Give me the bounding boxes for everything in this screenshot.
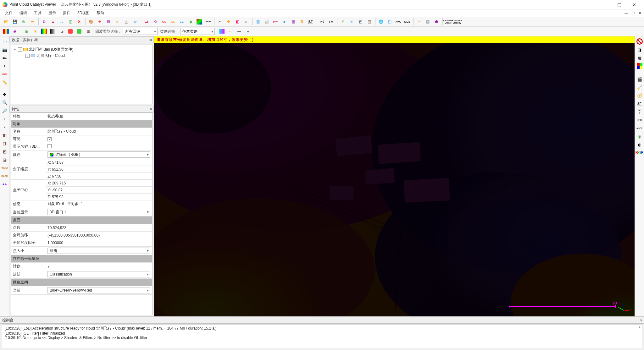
console-log[interactable]: [10:35:28] [LoD] Acceleration structure … [2,324,642,348]
scissors-icon[interactable]: ✂ [216,18,224,26]
m3c2-icon[interactable]: M3C2 [636,124,643,132]
surface-analysis-icon[interactable]: ◉ [636,133,643,140]
menu-3dview[interactable]: 3D视图 [74,10,93,16]
menu-display[interactable]: 显示 [45,10,59,16]
point-cloud-canvas[interactable] [154,43,635,316]
register-icon[interactable]: ⇄ [142,18,151,26]
north-icon[interactable]: N↑ [636,108,643,116]
levels-icon[interactable]: ⧇ [242,18,250,26]
align-icon[interactable]: ⟲ [151,18,159,26]
sf-gradient-icon[interactable]: ▦ [289,18,297,26]
merge-icon[interactable]: ⬙ [49,18,57,26]
rgb-circle-icon[interactable]: RGB [636,149,643,156]
broom-icon[interactable]: 🧹 [636,84,643,91]
prop-active-sf-select[interactable]: Classification [47,271,150,277]
cc-label-icon[interactable]: CC [178,18,186,26]
console-close-icon[interactable]: ✕ [640,319,642,322]
db-tree-close-icon[interactable]: ✕ [150,38,152,42]
sf-label-icon[interactable]: SF [307,18,315,26]
cc-compare-icon[interactable]: CC [160,18,168,26]
class-colors-icon[interactable]: ▣ [22,27,31,36]
mls-icon[interactable]: MLS [403,18,411,26]
cc-dist-icon[interactable]: CC [169,18,177,26]
plane-fit-icon[interactable]: ▱ [131,18,139,26]
view-right-icon[interactable]: ◨ [1,139,8,147]
shader-cube-icon[interactable]: ◨ [636,46,643,53]
gray-ramp-icon[interactable] [49,27,57,36]
csv-import-icon[interactable]: ⎘ [339,18,347,26]
kdtree-icon[interactable]: Kd [318,18,326,26]
compass-icon[interactable]: 🧭 [636,92,643,99]
volume-icon[interactable]: ⬢ [432,18,441,26]
ruler-icon[interactable]: 📏 [1,79,8,86]
rgb-blend-icon[interactable]: ◉ [11,27,19,36]
palette-red-icon[interactable] [66,27,75,36]
view-top-icon[interactable]: ▫ [1,115,8,123]
db-tree-header[interactable]: 数据（实体）树 ✕ [9,36,154,43]
class-select[interactable]: 任意类别 [180,28,215,35]
plus-icon[interactable]: ＋ [244,27,252,36]
zoom-icon[interactable]: 🔍 [1,99,8,106]
pcv-icon[interactable]: ◐ [636,141,643,148]
sf-convert-icon[interactable]: ⇅ [298,18,306,26]
viewport-3d[interactable]: 鹰眼穹顶布光(勿用法向量、增加点尺寸，效果更赞！) [154,36,635,316]
filter-sf-icon[interactable] [195,18,203,26]
surface-icon[interactable]: ▨ [424,18,432,26]
menu-help[interactable]: 帮助 [93,10,107,16]
clone-icon[interactable]: ⧉ [40,18,48,26]
properties-close-icon[interactable]: ✕ [150,107,152,111]
plot-icon[interactable]: plot [271,18,280,26]
prop-showname-checkbox[interactable] [47,144,52,148]
intensity-icon[interactable]: ☀ [31,27,39,36]
echo-type-select[interactable]: 所有回波 [123,28,158,35]
checker-icon[interactable]: ▩ [636,54,643,62]
rgb-grid-icon[interactable] [636,62,643,70]
one-to-one-icon[interactable]: 1:1 [1,54,8,62]
movie-icon[interactable]: 🎬 [636,75,643,83]
view-bottom-icon[interactable]: ▪ [1,123,8,131]
delete-icon[interactable]: ✖ [75,18,83,26]
prop-display-select[interactable]: 3D 窗口 1 [47,209,150,215]
disable-filter-icon[interactable] [636,38,643,45]
tree-child-label[interactable]: 北川飞行 - Cloud [36,53,65,58]
scalar-icon[interactable]: ∿ [113,18,121,26]
translate-icon[interactable]: ✥ [1,90,8,98]
mdi-close-button[interactable]: ✕ [637,11,643,16]
subsample-icon[interactable]: ∴ [58,18,66,26]
stats-icon[interactable]: 📊 [263,18,271,26]
mesh-icon[interactable]: △ [122,18,130,26]
tree-child-checkbox[interactable] [25,54,30,58]
sf-box-icon[interactable]: SF [636,100,643,107]
prop-pointsize-select[interactable]: 缺省 [47,248,150,254]
mdi-minimize-button[interactable]: — [623,11,629,16]
primitive-icon[interactable]: ◆ [186,18,195,26]
hpr-icon[interactable]: HPR [636,116,643,124]
menu-edit[interactable]: 编辑 [16,10,30,16]
view-back-icon[interactable]: BACK [1,172,8,180]
view-left-icon[interactable]: ◧ [1,131,8,139]
tile-preview-icon[interactable]: ▭ [226,27,235,36]
normals-icon[interactable]: ✹ [96,18,104,26]
globe-icon[interactable]: 🌐 [377,18,385,26]
maximize-button[interactable]: ▢ [612,1,626,9]
flickr-icon[interactable]: ●● [1,180,8,188]
view-ibook-icon[interactable]: ◩ [1,148,8,155]
zoom-fit-icon[interactable]: 🔎 [1,107,8,114]
prop-color-select[interactable]: 红绿蓝（RGB） [47,151,150,158]
sor-filter-icon[interactable]: SOR [204,18,212,26]
save-icon[interactable]: 💾 [11,18,19,26]
colorize-icon[interactable]: 🎨 [87,18,95,26]
view-front-icon[interactable]: FRONT [1,164,8,172]
palette-grid-icon[interactable]: ▦ [84,27,92,36]
sample-mesh-icon[interactable]: ◫ [66,18,75,26]
crosshair-icon[interactable]: ✢ [225,18,233,26]
height-ramp-icon[interactable] [40,27,48,36]
dxf-icon[interactable]: ◩ [356,18,364,26]
camera-icon[interactable]: 📷 [1,46,8,53]
db-tree[interactable]: ▾ 北川飞行.las (D:/桌面文件) 北川飞行 - Cloud [11,45,153,104]
open-file-icon[interactable]: 📂 [2,18,10,26]
tree-root-checkbox[interactable] [18,47,22,52]
octree-icon[interactable]: ⊞ [104,18,113,26]
close-button[interactable]: ✕ [627,1,641,9]
pick-center-icon[interactable]: ＋ [1,62,8,70]
